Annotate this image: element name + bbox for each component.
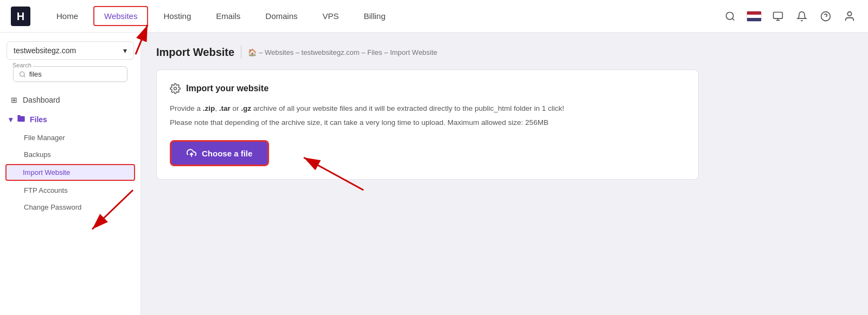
domain-value: testwebsitegz.com [14,46,76,55]
ftp-accounts-label: FTP Accounts [24,186,68,194]
svg-text:H: H [17,10,24,22]
sidebar-files-label: Files [30,115,47,124]
card-description-2: Please note that depending of the archiv… [170,117,685,129]
nav-domains[interactable]: Domains [256,7,307,25]
backups-label: Backups [24,150,51,159]
nav-emails[interactable]: Emails [206,7,250,25]
sidebar-item-dashboard[interactable]: ⊞ Dashboard [0,91,141,109]
choose-file-label: Choose a file [202,149,252,158]
dashboard-icon: ⊞ [11,96,17,104]
help-icon[interactable] [818,9,833,24]
breadcrumb-sep1: – Websites – testwebsitegz.com – Files –… [259,48,437,56]
svg-point-2 [726,12,733,19]
nav-hosting[interactable]: Hosting [154,7,201,25]
nav-right [723,9,857,24]
breadcrumb-home-icon: 🏠 [248,48,257,56]
card-header-title: Import your website [186,84,269,93]
layout: testwebsitegz.com ▾ Search ⊞ Dashboard ▾… [0,33,868,315]
svg-point-10 [20,72,24,76]
main-content: Import Website 🏠 – Websites – testwebsit… [141,33,868,315]
page-title: Import Website [156,46,234,59]
user-icon[interactable] [842,9,857,24]
nav-home[interactable]: Home [47,7,88,25]
svg-point-9 [847,11,851,15]
search-icon [19,71,26,78]
search-icon[interactable] [723,9,738,24]
top-nav: H Home Websites Hosting Emails Domains V… [0,0,868,33]
import-card: Import your website Provide a .zip, .tar… [156,70,699,180]
search-wrap: Search [7,66,134,82]
sidebar-item-import-website[interactable]: Import Website [5,164,135,181]
gear-icon [170,83,181,94]
page-header: Import Website 🏠 – Websites – testwebsit… [156,46,853,59]
svg-line-3 [732,18,735,20]
nav-links: Home Websites Hosting Emails Domains VPS… [47,6,723,26]
sidebar-item-label: Dashboard [23,96,60,104]
files-icon [17,114,25,124]
sidebar-item-backups[interactable]: Backups [0,146,141,163]
bell-icon[interactable] [794,9,809,24]
change-password-label: Change Password [24,203,81,211]
choose-file-button[interactable]: Choose a file [170,140,269,166]
svg-rect-4 [774,12,783,18]
svg-point-12 [174,87,177,90]
upload-icon [187,148,196,158]
file-manager-label: File Manager [24,134,65,142]
sidebar-item-ftp-accounts[interactable]: FTP Accounts [0,182,141,199]
card-description-1: Provide a .zip, .tar or .gz archive of a… [170,103,685,115]
dropdown-arrow-icon: ▾ [123,46,127,55]
svg-line-11 [24,75,25,77]
chevron-down-icon: ▾ [9,115,12,124]
search-label: Search [11,62,33,68]
card-header: Import your website [170,83,685,94]
nav-vps[interactable]: VPS [313,7,349,25]
sidebar-item-change-password[interactable]: Change Password [0,199,141,216]
breadcrumb-divider [241,46,241,59]
domain-selector[interactable]: testwebsitegz.com ▾ [7,41,134,60]
nav-websites[interactable]: Websites [93,6,148,26]
language-flag[interactable] [746,11,762,22]
nav-billing[interactable]: Billing [354,7,395,25]
sidebar: testwebsitegz.com ▾ Search ⊞ Dashboard ▾… [0,33,141,315]
store-icon[interactable] [770,9,786,24]
search-input[interactable] [29,70,122,78]
search-box[interactable] [13,66,127,82]
import-website-label: Import Website [23,168,70,177]
sidebar-section-files[interactable]: ▾ Files [0,109,141,129]
breadcrumb: 🏠 – Websites – testwebsitegz.com – Files… [248,48,437,56]
sidebar-item-file-manager[interactable]: File Manager [0,129,141,146]
logo[interactable]: H [11,7,30,26]
